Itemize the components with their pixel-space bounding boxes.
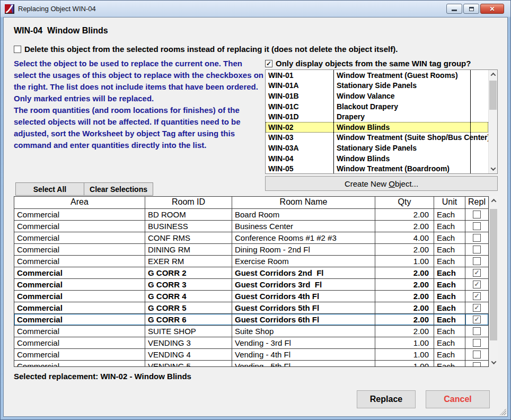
cancel-button[interactable]: Cancel: [426, 390, 490, 408]
scroll-up-icon[interactable]: [489, 70, 497, 79]
taglist-row[interactable]: WIN-03Window Treatment (Suite Shop/Bus C…: [266, 133, 488, 143]
column-header-area[interactable]: Area: [14, 197, 145, 208]
taglist-row[interactable]: WIN-01CBlackout Drapery: [266, 101, 488, 112]
cell-repl: [465, 232, 488, 243]
column-header-qty[interactable]: Qty: [375, 197, 434, 208]
taglist-scrollbar[interactable]: [488, 70, 497, 173]
taglist-tag: WIN-01A: [266, 81, 333, 90]
room-row[interactable]: CommercialCONF RMSConference Rooms #1 #2…: [14, 232, 488, 244]
cell-qty: 2.00: [375, 244, 434, 255]
scroll-up-icon[interactable]: [489, 196, 498, 205]
repl-checkbox[interactable]: [473, 362, 481, 367]
taglist-row[interactable]: WIN-05Window Treatment (Boardroom): [266, 163, 488, 173]
room-row[interactable]: CommercialDINING RMDining Room - 2nd Fl2…: [14, 244, 488, 256]
taglist-scrollbar-thumb[interactable]: [489, 81, 497, 110]
cell-area: Commercial: [14, 267, 145, 278]
scroll-down-icon[interactable]: [489, 164, 497, 173]
taglist-row[interactable]: WIN-03AStationary Side Panels: [266, 143, 488, 153]
room-row[interactable]: CommercialVENDING 4Vending - 4th Fl1.00E…: [14, 349, 488, 361]
instructions-paragraph-1: Select the object to be used to replace …: [14, 58, 266, 104]
taglist-name: Window Treatment (Boardroom): [333, 164, 488, 173]
cell-qty: 1.00: [375, 349, 434, 360]
taglist-name: Stationary Side Panels: [333, 144, 488, 152]
room-row[interactable]: CommercialG CORR 5Guest Corridors 5th Fl…: [14, 302, 488, 314]
cell-unit: Each: [434, 267, 465, 278]
table-body: CommercialBD ROOMBoard Room2.00EachComme…: [14, 209, 488, 367]
taglist-tag: WIN-01D: [266, 112, 333, 121]
cell-unit: Each: [434, 302, 465, 313]
column-header-room-name[interactable]: Room Name: [232, 197, 375, 208]
room-row[interactable]: CommercialEXER RMExercise Room1.00Each: [14, 256, 488, 267]
repl-checkbox[interactable]: [473, 222, 481, 230]
repl-checkbox[interactable]: [473, 292, 481, 300]
delete-object-checkbox[interactable]: [14, 46, 21, 53]
taglist-row[interactable]: WIN-01DDrapery: [266, 111, 488, 122]
taglist-tag: WIN-02: [266, 123, 333, 132]
room-row[interactable]: CommercialBD ROOMBoard Room2.00Each: [14, 209, 488, 221]
column-header-room-id[interactable]: Room ID: [145, 197, 232, 208]
cell-qty: 2.00: [375, 314, 434, 325]
select-all-button[interactable]: Select All: [15, 182, 84, 196]
room-row[interactable]: CommercialVENDING 5Vending - 5th Fl1.00E…: [14, 361, 488, 367]
create-new-object-button[interactable]: Create New Object...: [265, 176, 498, 191]
table-scrollbar[interactable]: [489, 196, 498, 367]
delete-object-checkbox-row[interactable]: Delete this object from the selected roo…: [14, 45, 491, 54]
taglist-row[interactable]: WIN-01AStationary Side Panels: [266, 81, 488, 91]
cell-room-id: G CORR 5: [145, 302, 232, 313]
room-row[interactable]: CommercialVENDING 3Vending - 3rd Fl1.00E…: [14, 337, 488, 349]
close-button[interactable]: ✕: [480, 4, 504, 14]
filter-checkbox-row[interactable]: Only display objects from the same WIN t…: [265, 59, 501, 68]
cell-room-id: G CORR 4: [145, 291, 232, 302]
cell-room-id: SUITE SHOP: [145, 326, 232, 337]
table-scrollbar-thumb[interactable]: [490, 209, 497, 340]
repl-checkbox[interactable]: [473, 269, 481, 277]
resize-grip[interactable]: [499, 408, 506, 415]
create-button-text-suffix: bject...: [395, 179, 418, 188]
close-icon: ✕: [489, 6, 495, 12]
scroll-down-icon[interactable]: [489, 358, 498, 367]
cell-area: Commercial: [14, 244, 145, 255]
repl-checkbox[interactable]: [473, 351, 481, 358]
column-header-repl[interactable]: Repl: [465, 197, 488, 208]
room-row[interactable]: CommercialG CORR 2Guest Corridors 2nd Fl…: [14, 267, 488, 279]
repl-checkbox[interactable]: [473, 234, 481, 242]
cell-room-name: Guest Corridors 2nd Fl: [232, 267, 375, 278]
instructions-paragraph-2: The room quantities (and room locations …: [14, 104, 266, 151]
filter-checkbox[interactable]: [265, 60, 272, 67]
taglist-row[interactable]: WIN-01Window Treatment (Guest Rooms): [266, 70, 488, 81]
room-row[interactable]: CommercialSUITE SHOPSuite Shop2.00Each: [14, 326, 488, 337]
room-row[interactable]: CommercialG CORR 6Guest Corridors 6th Fl…: [14, 314, 488, 326]
taglist-row[interactable]: WIN-04Window Blinds: [266, 153, 488, 164]
cell-room-name: Business Center: [232, 221, 375, 232]
replace-button[interactable]: Replace: [357, 390, 416, 408]
repl-checkbox[interactable]: [473, 257, 481, 265]
cell-qty: 2.00: [375, 221, 434, 232]
cell-unit: Each: [434, 232, 465, 243]
room-row[interactable]: CommercialG CORR 4Guest Corridors 4th Fl…: [14, 291, 488, 302]
room-row[interactable]: CommercialG CORR 3Guest Corridors 3rd Fl…: [14, 279, 488, 291]
repl-checkbox[interactable]: [473, 316, 481, 323]
cell-repl: [465, 291, 488, 302]
taglist-row[interactable]: WIN-01BWindow Valance: [266, 91, 488, 101]
cell-repl: [465, 361, 488, 367]
restore-button[interactable]: [463, 4, 479, 14]
room-usage-table: Area Room ID Room Name Qty Unit Repl Com…: [14, 196, 489, 367]
repl-checkbox[interactable]: [473, 281, 481, 288]
minimize-button[interactable]: [446, 4, 462, 14]
object-tag-list-rows: WIN-01Window Treatment (Guest Rooms)WIN-…: [266, 70, 488, 173]
cell-unit: Each: [434, 337, 465, 348]
column-header-unit[interactable]: Unit: [434, 197, 465, 208]
clear-selections-button[interactable]: Clear Selections: [84, 182, 153, 196]
object-tag-list[interactable]: WIN-01Window Treatment (Guest Rooms)WIN-…: [265, 69, 498, 174]
repl-checkbox[interactable]: [473, 339, 481, 347]
dialog-client-area: WIN-04 Window Blinds Delete this object …: [3, 17, 508, 417]
repl-checkbox[interactable]: [473, 327, 481, 335]
repl-checkbox[interactable]: [473, 246, 481, 253]
taglist-tag: WIN-01C: [266, 102, 333, 111]
taglist-row[interactable]: WIN-02Window Blinds: [266, 122, 488, 133]
repl-checkbox[interactable]: [473, 304, 481, 312]
repl-checkbox[interactable]: [473, 211, 481, 218]
cell-unit: Each: [434, 361, 465, 367]
cell-room-name: Suite Shop: [232, 326, 375, 337]
room-row[interactable]: CommercialBUSINESSBusiness Center2.00Eac…: [14, 221, 488, 232]
